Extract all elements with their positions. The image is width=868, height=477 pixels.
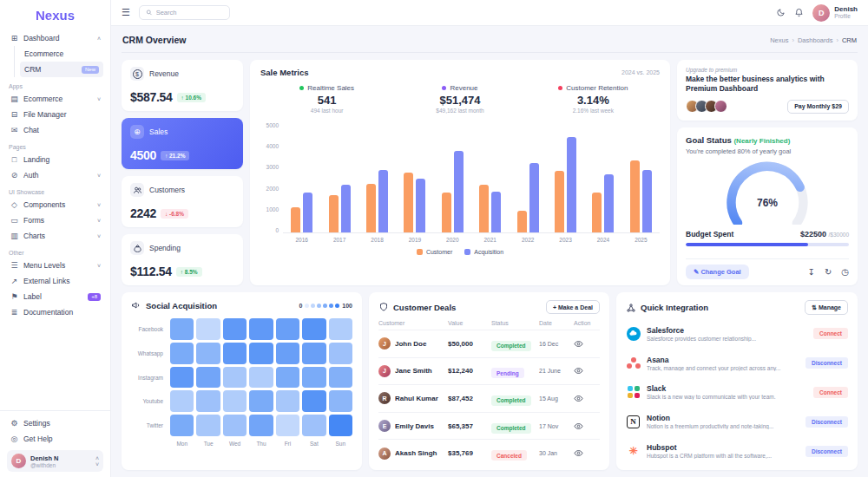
- breadcrumb-item[interactable]: CRM: [842, 36, 857, 44]
- integration-name: Hubspot: [647, 443, 799, 452]
- deals-column-header: Status: [491, 320, 539, 326]
- stat-value: $587.54: [130, 90, 173, 104]
- heatmap-cell: [196, 367, 220, 389]
- heatmap-col-label: Fri: [276, 439, 299, 462]
- sidebar-item-menu-levels[interactable]: ☰Menu Levels˅: [7, 258, 103, 273]
- search-input[interactable]: [156, 9, 223, 16]
- view-deal-button[interactable]: [574, 421, 600, 431]
- status-badge: Completed: [491, 341, 531, 351]
- breadcrumb-item[interactable]: Dashboards: [798, 36, 832, 44]
- disconnect-button[interactable]: Disconnect: [806, 446, 848, 457]
- deals-title: Customer Deals: [393, 303, 456, 312]
- stat-delta: ↓ -6.8%: [161, 209, 188, 219]
- breadcrumb-item[interactable]: Nexus: [770, 36, 788, 44]
- sidebar-item-external-links[interactable]: ↗External Links: [7, 273, 103, 289]
- sidebar-item-crm[interactable]: CRMNew: [20, 62, 103, 77]
- refresh-icon[interactable]: ↻: [825, 267, 832, 277]
- kpi-label: Realtime Sales: [307, 84, 354, 92]
- change-goal-button[interactable]: ✎ Change Goal: [686, 265, 749, 279]
- sidebar-item-label[interactable]: ⚑Label+8: [7, 289, 103, 304]
- app-logo[interactable]: Nexus: [0, 0, 110, 29]
- breadcrumb-separator: ›: [792, 36, 794, 44]
- stat-card-revenue[interactable]: $Revenue$587.54↑ 10.6%: [122, 60, 243, 111]
- disconnect-button[interactable]: Disconnect: [806, 416, 848, 428]
- heatmap-scale-legend: 0 100: [299, 303, 352, 309]
- bar-customer: [517, 211, 527, 232]
- menu-toggle-icon[interactable]: ☰: [122, 7, 130, 18]
- wallet-icon: [130, 241, 144, 255]
- deal-customer: EEmily Davis: [378, 420, 448, 432]
- heatmap-cell: [170, 343, 194, 364]
- integration-slack: SlackSlack is a new way to communicate w…: [626, 378, 848, 408]
- deal-date: 21 June: [539, 368, 574, 374]
- sidebar-item-label: External Links: [23, 277, 101, 285]
- deal-status: Completed: [491, 418, 539, 434]
- stat-card-customers[interactable]: Customers2242↓ -6.8%: [122, 176, 243, 227]
- deal-value: $12,240: [448, 367, 491, 375]
- sidebar-item-ecommerce[interactable]: ▤Ecommerce˅: [7, 91, 103, 107]
- integration-salesforce: SalesforceSalesforce provides customer r…: [626, 319, 848, 349]
- integration-description: Track, manage and connect your project a…: [647, 365, 799, 371]
- quick-integration-card: Quick Integration ⇅ Manage SalesforceSal…: [616, 292, 858, 470]
- premium-avatar: [714, 100, 727, 113]
- sidebar-item-ecommerce[interactable]: Ecommerce: [20, 46, 103, 62]
- social-title: Social Acquisition: [146, 301, 217, 310]
- integration-name: Salesforce: [647, 326, 807, 335]
- sidebar-user-card[interactable]: D Denish N @withden ˄˅: [7, 450, 103, 472]
- sidebar-item-label: Forms: [23, 216, 93, 225]
- profile-menu[interactable]: D Denish Profile: [812, 4, 858, 22]
- connect-button[interactable]: Connect: [813, 328, 848, 339]
- bar-group-2022: 2022: [509, 122, 546, 243]
- sidebar-item-auth[interactable]: ⊘Auth˅: [7, 167, 103, 183]
- history-clock-icon[interactable]: ◷: [841, 267, 849, 277]
- disconnect-button[interactable]: Disconnect: [806, 357, 848, 369]
- sidebar-item-landing[interactable]: □Landing: [7, 152, 103, 167]
- heatmap-col-label: Sun: [329, 439, 352, 462]
- heatmap-cell: [170, 390, 194, 412]
- view-deal-button[interactable]: [574, 339, 600, 349]
- scale-dot: [317, 304, 321, 308]
- notifications-bell-icon[interactable]: [794, 8, 804, 17]
- sidebar-item-get-help[interactable]: ◎Get Help: [7, 431, 103, 447]
- bar-group-2019: 2019: [396, 122, 433, 243]
- kpi-realtime-sales: Realtime Sales541494 last hour: [260, 84, 393, 114]
- manage-button[interactable]: ⇅ Manage: [805, 300, 848, 315]
- stat-card-spending[interactable]: Spending$112.54↑ 8.5%: [122, 234, 243, 285]
- view-deal-button[interactable]: [574, 394, 600, 403]
- chevron-down-icon: ˅: [97, 218, 101, 224]
- heatmap-row-label: Facebook: [131, 318, 168, 340]
- goal-title: Goal Status: [686, 135, 732, 145]
- view-deal-button[interactable]: [574, 366, 600, 376]
- sidebar-item-components[interactable]: ◇Components˅: [7, 197, 103, 212]
- sidebar-item-documentation[interactable]: ≣Documentation: [7, 304, 103, 320]
- download-icon[interactable]: ↧: [807, 267, 814, 277]
- heatmap-cell: [249, 390, 273, 412]
- deal-customer-name: Rahul Kumar: [395, 395, 438, 402]
- stat-card-sales[interactable]: ⊕Sales4500↑ 21.2%: [122, 118, 243, 169]
- deal-row-jane-smith: JJane Smith$12,240Pending21 June: [378, 357, 600, 385]
- sidebar-item-dashboard[interactable]: ⊞Dashboard˄: [7, 30, 103, 46]
- theme-toggle-icon[interactable]: [776, 8, 786, 17]
- sidebar-item-file-manager[interactable]: ⊟File Manager: [7, 107, 103, 122]
- sidebar-item-charts[interactable]: ▥Charts˅: [7, 228, 103, 244]
- budget-total: /$30000: [829, 232, 850, 238]
- heatmap-cell: [329, 318, 352, 340]
- search-box[interactable]: [139, 5, 230, 20]
- pay-monthly-button[interactable]: Pay Monthly $29: [787, 100, 849, 114]
- topbar-user-role: Profile: [834, 13, 858, 19]
- integration-description: Salesforce provides customer relationshi…: [647, 336, 807, 342]
- sidebar-item-chat[interactable]: ✉Chat: [7, 122, 103, 138]
- heatmap-cell: [276, 415, 299, 436]
- heatmap-cell: [196, 415, 220, 436]
- connect-button[interactable]: Connect: [813, 387, 848, 398]
- sale-metrics-title: Sale Metrics: [260, 68, 308, 77]
- view-deal-button[interactable]: [574, 448, 600, 458]
- deals-column-header: Action: [574, 320, 600, 326]
- hubspot-logo: ✳: [628, 445, 637, 457]
- make-a-deal-button[interactable]: + Make a Deal: [546, 300, 600, 314]
- heatmap-cell: [170, 318, 194, 340]
- sidebar: Nexus ⊞Dashboard˄EcommerceCRMNewApps▤Eco…: [0, 0, 111, 477]
- sidebar-item-forms[interactable]: ▭Forms˅: [7, 212, 103, 228]
- status-badge: Pending: [491, 368, 524, 378]
- sidebar-item-settings[interactable]: ⚙Settings: [7, 415, 103, 431]
